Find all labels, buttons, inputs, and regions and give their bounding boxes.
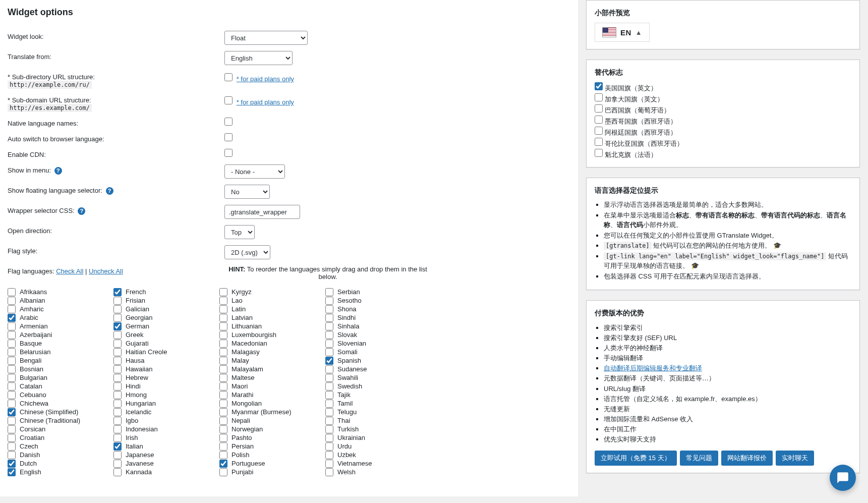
- language-item[interactable]: Malayalam: [219, 365, 325, 373]
- language-checkbox[interactable]: [219, 357, 227, 365]
- language-checkbox[interactable]: [219, 468, 227, 476]
- language-checkbox[interactable]: [113, 348, 122, 356]
- language-checkbox[interactable]: [113, 374, 122, 382]
- paid-action-button[interactable]: 常见问题: [680, 451, 718, 466]
- language-checkbox[interactable]: [219, 365, 227, 373]
- language-checkbox[interactable]: [325, 374, 333, 382]
- alt-flag-item[interactable]: 美国国旗（英文）: [595, 82, 851, 93]
- alt-flag-item[interactable]: 阿根廷国旗（西班牙语）: [595, 127, 851, 138]
- language-item[interactable]: Sesotho: [325, 296, 431, 305]
- language-checkbox[interactable]: [325, 331, 333, 339]
- language-item[interactable]: Urdu: [325, 442, 431, 451]
- native-names-checkbox[interactable]: [224, 118, 233, 126]
- language-checkbox[interactable]: [325, 460, 333, 468]
- language-item[interactable]: Hausa: [113, 356, 219, 365]
- language-item[interactable]: Galician: [113, 305, 219, 313]
- language-checkbox[interactable]: [219, 425, 227, 433]
- info-icon[interactable]: ?: [54, 167, 62, 175]
- language-checkbox[interactable]: [325, 417, 333, 425]
- language-checkbox[interactable]: [325, 442, 333, 451]
- language-item[interactable]: Japanese: [113, 451, 219, 459]
- language-item[interactable]: Hungarian: [113, 399, 219, 408]
- language-item[interactable]: Arabic: [8, 313, 113, 322]
- language-item[interactable]: Marathi: [219, 390, 325, 399]
- language-checkbox[interactable]: [113, 305, 122, 313]
- language-checkbox[interactable]: [8, 442, 16, 451]
- language-checkbox[interactable]: [219, 331, 227, 339]
- language-checkbox[interactable]: [8, 425, 16, 433]
- language-checkbox[interactable]: [219, 314, 227, 322]
- language-item[interactable]: Cebuano: [8, 390, 113, 399]
- chat-bubble-button[interactable]: [830, 465, 856, 491]
- language-item[interactable]: German: [113, 322, 219, 330]
- language-item[interactable]: Catalan: [8, 382, 113, 390]
- language-item[interactable]: Ukrainian: [325, 433, 431, 442]
- paid-action-button[interactable]: 实时聊天: [776, 451, 814, 466]
- language-item[interactable]: Bosnian: [8, 365, 113, 373]
- paid-translation-link[interactable]: 自动翻译后期编辑服务和专业翻译: [604, 364, 702, 372]
- show-floating-select[interactable]: No: [224, 185, 270, 199]
- language-checkbox[interactable]: [8, 408, 16, 416]
- alt-flag-checkbox[interactable]: [595, 82, 603, 90]
- language-item[interactable]: Italian: [113, 442, 219, 451]
- language-checkbox[interactable]: [325, 408, 333, 416]
- language-item[interactable]: English: [8, 468, 113, 476]
- language-checkbox[interactable]: [113, 460, 122, 468]
- language-checkbox[interactable]: [219, 305, 227, 313]
- language-item[interactable]: Frisian: [113, 296, 219, 305]
- language-item[interactable]: Corsican: [8, 425, 113, 433]
- language-item[interactable]: Slovak: [325, 330, 431, 339]
- language-item[interactable]: Greek: [113, 330, 219, 339]
- language-item[interactable]: Dutch: [8, 459, 113, 468]
- language-checkbox[interactable]: [219, 374, 227, 382]
- uncheck-all-link[interactable]: Uncheck All: [89, 267, 123, 275]
- language-checkbox[interactable]: [113, 442, 122, 451]
- language-item[interactable]: Maori: [219, 382, 325, 390]
- language-item[interactable]: Malay: [219, 356, 325, 365]
- language-item[interactable]: Afrikaans: [8, 288, 113, 296]
- language-checkbox[interactable]: [219, 417, 227, 425]
- language-item[interactable]: Thai: [325, 416, 431, 425]
- alt-flag-item[interactable]: 魁北克旗（法语）: [595, 149, 851, 160]
- check-all-link[interactable]: Check All: [56, 267, 83, 275]
- language-item[interactable]: Amharic: [8, 305, 113, 313]
- language-checkbox[interactable]: [325, 297, 333, 305]
- language-item[interactable]: Polish: [219, 451, 325, 459]
- language-item[interactable]: Lao: [219, 296, 325, 305]
- language-checkbox[interactable]: [113, 365, 122, 373]
- language-item[interactable]: Latvian: [219, 313, 325, 322]
- language-item[interactable]: Nepali: [219, 416, 325, 425]
- language-item[interactable]: Maltese: [219, 373, 325, 382]
- language-checkbox[interactable]: [113, 400, 122, 408]
- language-checkbox[interactable]: [8, 322, 16, 330]
- language-item[interactable]: Basque: [8, 339, 113, 348]
- language-checkbox[interactable]: [8, 400, 16, 408]
- language-checkbox[interactable]: [325, 451, 333, 459]
- language-checkbox[interactable]: [8, 331, 16, 339]
- language-checkbox[interactable]: [219, 322, 227, 330]
- language-item[interactable]: Myanmar (Burmese): [219, 408, 325, 416]
- wrapper-css-input[interactable]: [224, 205, 300, 219]
- language-checkbox[interactable]: [8, 288, 16, 296]
- language-item[interactable]: French: [113, 288, 219, 296]
- alt-flag-checkbox[interactable]: [595, 116, 603, 124]
- language-checkbox[interactable]: [8, 434, 16, 442]
- language-item[interactable]: Somali: [325, 348, 431, 356]
- language-item[interactable]: Chinese (Simplified): [8, 408, 113, 416]
- language-checkbox[interactable]: [8, 297, 16, 305]
- language-item[interactable]: Croatian: [8, 433, 113, 442]
- language-item[interactable]: Hmong: [113, 390, 219, 399]
- language-checkbox[interactable]: [8, 451, 16, 459]
- language-item[interactable]: Tamil: [325, 399, 431, 408]
- language-checkbox[interactable]: [113, 288, 122, 296]
- flag-style-select[interactable]: 2D (.svg): [224, 245, 270, 259]
- language-checkbox[interactable]: [113, 331, 122, 339]
- language-checkbox[interactable]: [219, 434, 227, 442]
- language-checkbox[interactable]: [8, 391, 16, 399]
- language-checkbox[interactable]: [8, 348, 16, 356]
- language-item[interactable]: Serbian: [325, 288, 431, 296]
- sub-domain-paid-link[interactable]: * for paid plans only: [237, 98, 294, 106]
- language-checkbox[interactable]: [325, 468, 333, 476]
- language-checkbox[interactable]: [219, 400, 227, 408]
- language-item[interactable]: Hawaiian: [113, 365, 219, 373]
